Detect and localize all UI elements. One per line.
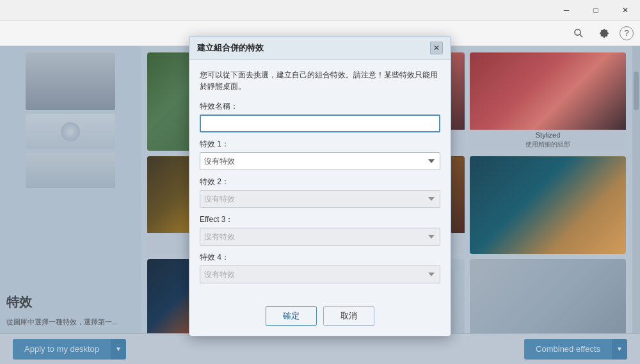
effect4-group: 特效 4： 沒有特效 xyxy=(200,252,440,283)
effect1-select[interactable]: 沒有特效 xyxy=(200,152,440,170)
effect-name-group: 特效名稱： xyxy=(200,101,440,132)
effect3-label: Effect 3： xyxy=(200,214,440,225)
effect2-select[interactable]: 沒有特效 xyxy=(200,190,440,208)
dialog-body: 您可以從下面去挑選，建立自己的組合特效。請注意！某些特效只能用於靜態桌面。 特效… xyxy=(189,60,451,299)
effect4-label: 特效 4： xyxy=(200,252,440,263)
settings-icon[interactable] xyxy=(594,23,614,44)
effect-name-label: 特效名稱： xyxy=(200,101,440,112)
dialog-footer: 確定 取消 xyxy=(189,299,451,336)
search-icon[interactable] xyxy=(568,23,589,44)
effect4-select[interactable]: 沒有特效 xyxy=(200,265,440,283)
effect2-label: 特效 2： xyxy=(200,177,440,187)
effect3-select[interactable]: 沒有特效 xyxy=(200,228,440,246)
dialog-description: 您可以從下面去挑選，建立自己的組合特效。請注意！某些特效只能用於靜態桌面。 xyxy=(200,69,440,92)
maximize-button[interactable]: □ xyxy=(581,0,611,20)
svg-point-0 xyxy=(575,29,580,35)
dialog-overlay: 建立組合併的特效 ✕ 您可以從下面去挑選，建立自己的組合特效。請注意！某些特效只… xyxy=(0,46,640,364)
help-icon[interactable]: ? xyxy=(620,26,634,40)
dialog-close-button[interactable]: ✕ xyxy=(430,42,443,54)
svg-line-1 xyxy=(580,35,582,37)
effect1-label: 特效 1： xyxy=(200,139,440,150)
effect-name-input[interactable] xyxy=(200,115,440,132)
dialog-header: 建立組合併的特效 ✕ xyxy=(189,36,451,60)
titlebar: ─ □ ✕ xyxy=(0,0,640,20)
effect1-group: 特效 1： 沒有特效 xyxy=(200,139,440,170)
dialog-title: 建立組合併的特效 xyxy=(197,42,264,54)
close-button[interactable]: ✕ xyxy=(611,0,640,20)
effect2-group: 特效 2： 沒有特效 xyxy=(200,177,440,208)
cancel-button[interactable]: 取消 xyxy=(323,306,374,326)
dialog: 建立組合併的特效 ✕ 您可以從下面去挑選，建立自己的組合特效。請注意！某些特效只… xyxy=(189,36,451,336)
effect3-group: Effect 3： 沒有特效 xyxy=(200,214,440,246)
confirm-button[interactable]: 確定 xyxy=(266,306,317,326)
minimize-button[interactable]: ─ xyxy=(552,0,581,20)
